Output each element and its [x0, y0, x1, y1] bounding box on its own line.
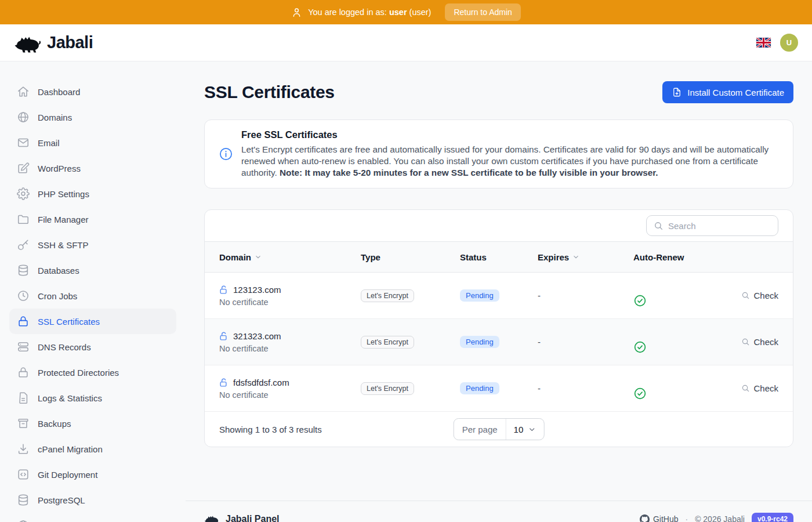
sidebar-item-logs-statistics[interactable]: Logs & Statistics — [9, 385, 176, 411]
sidebar-item-backups[interactable]: Backups — [9, 411, 176, 436]
version-badge[interactable]: v0.9-rc42 — [752, 513, 793, 522]
sidebar-item-cpanel-migration[interactable]: cPanel Migration — [9, 436, 176, 462]
sidebar-item-label: WordPress — [38, 164, 81, 173]
logged-in-username: user — [389, 8, 407, 17]
domain-name[interactable]: fdsfsdfdsf.com — [233, 378, 289, 387]
check-button-label: Check — [753, 337, 778, 347]
brand[interactable]: Jabali — [14, 32, 93, 53]
footer-separator: · — [685, 514, 688, 522]
column-header-auto-renew: Auto-Renew — [633, 252, 741, 262]
domain-cell: fdsfsdfdsf.comNo certificate — [219, 378, 361, 400]
search-box — [646, 215, 778, 236]
certificate-status-text: No certificate — [219, 390, 361, 400]
sidebar-item-php-settings[interactable]: PHP Settings — [9, 181, 176, 206]
column-header-label: Status — [460, 252, 487, 262]
free-ssl-info-card: Free SSL Certificates Let's Encrypt cert… — [204, 119, 793, 188]
gear-icon — [17, 187, 30, 200]
certificates-table-card: DomainTypeStatusExpiresAuto-Renew 123123… — [204, 209, 793, 447]
expires-value: - — [538, 337, 633, 347]
check-circle-icon[interactable] — [633, 387, 741, 400]
table-row: 123123.comNo certificateLet's EncryptPen… — [205, 273, 793, 319]
sidebar-item-domains[interactable]: Domains — [9, 104, 176, 130]
github-icon — [640, 514, 650, 522]
sidebar-item-label: Databases — [38, 266, 79, 276]
search-icon — [741, 291, 750, 300]
domain-name[interactable]: 321323.com — [233, 331, 281, 341]
sidebar-item-cron-jobs[interactable]: Cron Jobs — [9, 283, 176, 309]
info-card-note: Note: It may take 5-20 minutes for a new… — [280, 168, 658, 177]
sort-chevron-down-icon[interactable] — [572, 253, 580, 261]
sidebar-item-label: cPanel Migration — [38, 444, 103, 454]
sidebar-item-label: Logs & Statistics — [38, 393, 102, 403]
domain-line: fdsfsdfdsf.com — [219, 378, 361, 387]
sidebar-item-postgresql[interactable]: PostgreSQL — [9, 487, 176, 513]
return-to-admin-button[interactable]: Return to Admin — [445, 3, 520, 21]
download-icon — [17, 443, 30, 455]
domain-line: 321323.com — [219, 331, 361, 341]
sidebar-item-label: Cron Jobs — [38, 291, 77, 301]
sidebar-item-ssh-sftp[interactable]: SSH & SFTP — [9, 232, 176, 258]
per-page-select[interactable]: Per page 10 — [454, 418, 545, 440]
type-cell: Let's Encrypt — [361, 382, 460, 395]
sidebar-item-label: Protected Directories — [38, 368, 119, 378]
results-summary: Showing 1 to 3 of 3 results — [219, 425, 322, 434]
footer-brand: Jabali Panel — [204, 513, 280, 522]
status-cell: Pending — [460, 382, 538, 394]
brand-name: Jabali — [47, 33, 93, 52]
sidebar-nav: DashboardDomainsEmailWordPressPHP Settin… — [0, 61, 186, 522]
footer-brand-name: Jabali Panel — [226, 514, 280, 522]
lock-open-icon — [219, 331, 229, 341]
domain-name[interactable]: 123123.com — [233, 285, 281, 295]
sidebar-item-file-manager[interactable]: File Manager — [9, 206, 176, 232]
sidebar-item-label: Email — [38, 138, 60, 148]
sidebar-item-dashboard[interactable]: Dashboard — [9, 79, 176, 104]
sidebar-item-git-deployment[interactable]: Git Deployment — [9, 462, 176, 487]
type-badge: Let's Encrypt — [361, 289, 414, 302]
check-circle-icon[interactable] — [633, 340, 741, 354]
table-row: fdsfsdfdsf.comNo certificateLet's Encryp… — [205, 365, 793, 412]
check-button[interactable]: Check — [741, 337, 778, 347]
auto-renew-cell — [633, 284, 741, 307]
impersonation-banner: You are logged in as: user (user) Return… — [0, 0, 812, 24]
globe-icon — [17, 111, 30, 124]
table-row: 321323.comNo certificateLet's EncryptPen… — [205, 319, 793, 365]
sidebar-item-protected-directories[interactable]: Protected Directories — [9, 360, 176, 385]
github-label: GitHub — [653, 514, 679, 522]
auto-renew-cell — [633, 330, 741, 354]
sidebar-item-databases[interactable]: Databases — [9, 258, 176, 283]
github-link[interactable]: GitHub — [640, 514, 679, 522]
sidebar-item-ssl-certificates[interactable]: SSL Certificates — [9, 309, 176, 334]
type-badge: Let's Encrypt — [361, 336, 414, 349]
status-badge: Pending — [460, 336, 499, 348]
sidebar-item-wordpress[interactable]: WordPress — [9, 155, 176, 181]
column-header-domain[interactable]: Domain — [219, 252, 361, 262]
domain-line: 123123.com — [219, 285, 361, 295]
user-avatar[interactable]: U — [780, 34, 798, 52]
check-button[interactable]: Check — [741, 291, 778, 300]
user-icon — [291, 7, 302, 18]
sort-chevron-down-icon[interactable] — [254, 253, 262, 261]
search-input[interactable] — [668, 221, 771, 231]
database-icon — [17, 494, 30, 506]
check-button[interactable]: Check — [741, 383, 778, 393]
search-icon — [654, 221, 664, 231]
sidebar-item-clipped[interactable] — [9, 513, 176, 522]
install-custom-certificate-button[interactable]: Install Custom Certificate — [662, 81, 793, 103]
logged-in-role: (user) — [409, 8, 432, 17]
check-button-label: Check — [753, 291, 778, 300]
search-icon — [741, 338, 750, 346]
lock-open-icon — [219, 378, 229, 387]
sidebar-item-label: SSH & SFTP — [38, 240, 89, 250]
column-header-label: Auto-Renew — [633, 252, 684, 262]
page-title: SSL Certificates — [204, 82, 335, 102]
sidebar-item-dns-records[interactable]: DNS Records — [9, 334, 176, 360]
column-header-expires[interactable]: Expires — [538, 252, 633, 262]
sidebar-item-email[interactable]: Email — [9, 130, 176, 155]
uk-flag-icon[interactable] — [756, 38, 771, 48]
boar-logo-icon — [14, 32, 42, 53]
lock-icon — [17, 315, 30, 328]
globe-icon — [17, 519, 30, 522]
sidebar-item-label: DNS Records — [38, 342, 91, 352]
check-circle-icon[interactable] — [633, 294, 741, 307]
certificate-status-text: No certificate — [219, 344, 361, 353]
